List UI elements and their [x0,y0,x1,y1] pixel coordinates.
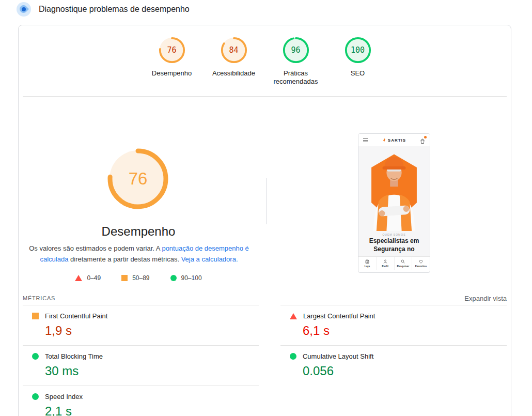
metrics-section: MÉTRICAS Expandir vista First Contentful… [19,291,511,416]
legend-range: 90–100 [181,274,202,282]
thumbnail-hero-image [358,146,430,231]
good-circle-icon [32,393,39,400]
cart-icon [419,137,426,143]
summary-gauge-desempenho[interactable]: 76 Desempenho [141,37,203,86]
thumbnail-nav-loja: Loja [358,257,377,270]
score-label: Acessibilidade [203,69,265,78]
description-text: Os valores são estimados e podem variar.… [29,244,162,252]
poor-triangle-icon [290,313,297,319]
score-label: SEO [327,69,389,78]
site-logo-text: SARTIS [388,138,406,143]
metric-cumulative-layout-shift: Cumulative Layout Shift 0.056 [280,345,507,386]
average-square-icon [32,313,39,319]
metric-speed-index: Speed Index 2,1 s [23,386,259,416]
page-header: Diagnostique problemas de desempenho [0,0,532,20]
menu-icon [363,138,368,143]
metrics-grid: First Contentful Paint 1,9 s Total Block… [23,305,507,416]
metric-total-blocking-time: Total Blocking Time 30 ms [23,345,259,386]
good-circle-icon [290,353,296,360]
legend-range: 0–49 [87,274,101,282]
score-label: Práticas recomendadas [265,69,327,86]
store-icon [365,259,370,264]
metric-name: Cumulative Layout Shift [303,352,373,360]
performance-description: Os valores são estimados e podem variar.… [28,243,250,265]
see-calculator-link[interactable]: Veja a calculadora. [181,255,238,263]
good-circle-icon [32,353,39,360]
thumbnail-site-header: SARTIS [358,134,430,146]
thumbnail-nav-perfil: Perfil [377,257,395,270]
summary-gauge-acessibilidade[interactable]: 84 Acessibilidade [203,37,265,86]
site-logo: SARTIS [382,138,406,143]
description-text: diretamente a partir destas métricas. [68,255,181,263]
cart-badge [424,136,427,138]
legend-item-good: 90–100 [170,274,202,282]
page-title: Diagnostique problemas de desempenho [39,5,190,14]
poor-triangle-icon [75,275,82,281]
performance-section-title: Desempenho [19,224,258,239]
legend-item-poor: 0–49 [75,274,101,282]
search-icon [400,259,405,264]
metric-value: 1,9 s [45,323,259,338]
thumbnail-bottom-nav: Loja Perfil Pesquisar [358,256,430,270]
score-gauge: 76 [159,37,185,64]
metrics-column-left: First Contentful Paint 1,9 s Total Block… [23,305,259,416]
score-value: 100 [345,37,371,64]
metric-first-contentful-paint: First Contentful Paint 1,9 s [23,305,259,345]
metric-value: 2,1 s [45,404,259,416]
worker-illustration [358,146,430,231]
metric-name: Speed Index [45,393,83,400]
heart-icon [418,259,424,264]
metric-name: Largest Contentful Paint [303,312,375,320]
metric-value: 6,1 s [303,323,507,338]
summary-gauge-praticas-recomendadas[interactable]: 96 Práticas recomendadas [265,37,327,86]
thumbnail-heading: Especialistas emSegurança no [358,237,430,256]
score-label: Desempenho [141,69,203,78]
legend-item-average: 50–89 [121,274,149,282]
performance-score-value: 76 [107,148,169,210]
metrics-column-right: Largest Contentful Paint 6,1 s Cumulativ… [280,305,507,416]
expand-view-button[interactable]: Expandir vista [464,295,507,302]
thumbnail-nav-favoritos: Favoritos [412,257,430,270]
brand-mark-icon [382,138,386,142]
score-gauge: 100 [345,37,371,64]
good-circle-icon [170,275,177,281]
score-gauge: 96 [283,37,309,64]
score-value: 84 [221,37,247,64]
score-value: 96 [283,37,309,64]
score-legend: 0–49 50–89 90–100 [19,274,258,282]
performance-section: 76 Desempenho Os valores são estimados e… [19,96,512,291]
summary-gauge-seo[interactable]: 100 SEO [327,37,389,86]
vertical-divider [266,178,267,224]
metric-largest-contentful-paint: Largest Contentful Paint 6,1 s [280,305,507,345]
metrics-header: MÉTRICAS Expandir vista [23,291,507,305]
profile-icon [383,259,388,264]
average-square-icon [121,275,128,281]
report-card: 76 Desempenho 84 Acessibilidade 96 [18,25,511,416]
metric-name: First Contentful Paint [45,312,107,320]
score-value: 76 [159,37,185,64]
performance-gauge: 76 [107,148,169,210]
thumbnail-nav-pesquisar: Pesquisar [395,257,413,270]
metrics-section-title: MÉTRICAS [23,295,55,301]
metric-value: 0.056 [303,364,507,378]
page-screenshot-thumbnail: SARTIS [358,133,430,273]
metric-name: Total Blocking Time [45,352,103,360]
thumbnail-kicker-text: QUEM SOMOS [358,231,430,237]
pagespeed-insights-icon [17,2,31,17]
score-gauge: 84 [221,37,247,64]
metric-value: 30 ms [45,364,259,378]
score-summary-row: 76 Desempenho 84 Acessibilidade 96 [19,37,511,86]
legend-range: 50–89 [132,274,149,282]
